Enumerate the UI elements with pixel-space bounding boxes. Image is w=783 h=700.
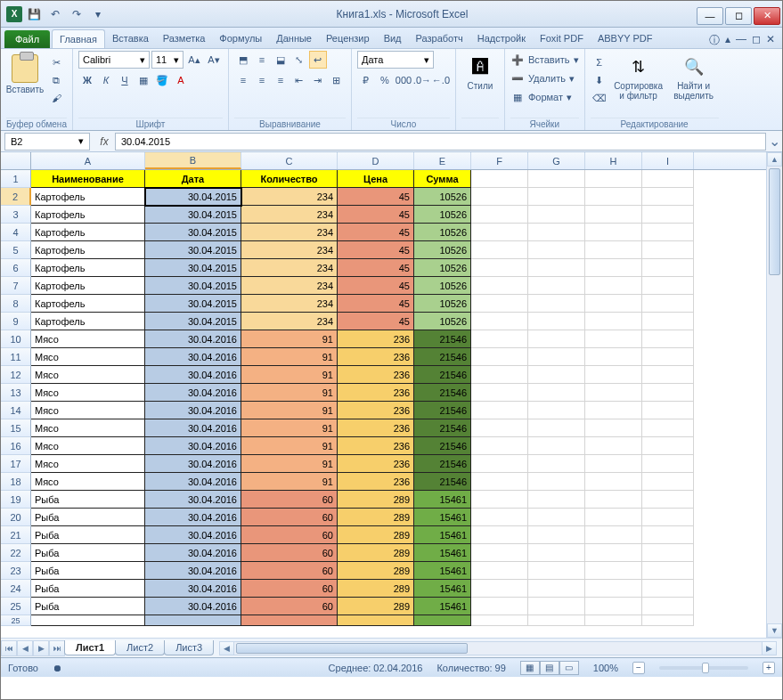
- cell[interactable]: Мясо: [31, 330, 145, 348]
- cell[interactable]: 15461: [414, 526, 471, 544]
- underline-button[interactable]: Ч: [116, 71, 134, 89]
- cell[interactable]: [585, 277, 642, 295]
- cell[interactable]: 15461: [414, 509, 471, 526]
- cell[interactable]: Рыба: [31, 491, 145, 509]
- cell[interactable]: 289: [338, 526, 414, 544]
- cell[interactable]: [585, 402, 642, 419]
- cell[interactable]: Мясо: [31, 402, 145, 419]
- row-header[interactable]: 6: [1, 259, 31, 277]
- cell[interactable]: 289: [338, 598, 414, 615]
- cell[interactable]: [528, 437, 585, 455]
- cell[interactable]: [585, 526, 642, 544]
- col-header-F[interactable]: F: [471, 152, 528, 169]
- cell[interactable]: 21546: [414, 419, 471, 437]
- select-all-corner[interactable]: [1, 152, 31, 169]
- minimize-button[interactable]: —: [697, 7, 723, 25]
- comma-button[interactable]: 000: [395, 71, 412, 89]
- cut-button[interactable]: ✂: [47, 54, 65, 70]
- cell[interactable]: [528, 366, 585, 384]
- cell[interactable]: [471, 259, 528, 277]
- cell[interactable]: [471, 206, 528, 224]
- cell[interactable]: [528, 473, 585, 491]
- cell[interactable]: [528, 580, 585, 598]
- sheet-tab-Лист2[interactable]: Лист2: [115, 640, 165, 655]
- cell[interactable]: 30.04.2016: [145, 384, 241, 402]
- cell[interactable]: 236: [338, 330, 414, 348]
- cell[interactable]: [642, 526, 694, 544]
- cell[interactable]: 30.04.2016: [145, 562, 241, 580]
- cell[interactable]: Мясо: [31, 419, 145, 437]
- cell[interactable]: Мясо: [31, 384, 145, 402]
- tab-надстройк[interactable]: Надстройк: [470, 29, 533, 48]
- row-header[interactable]: 25: [1, 598, 31, 615]
- row-header[interactable]: 21: [1, 526, 31, 544]
- sheet-prev-button[interactable]: ◀: [17, 640, 33, 656]
- scroll-up-button[interactable]: ▲: [767, 152, 782, 167]
- cell[interactable]: [642, 224, 694, 241]
- tab-разметка[interactable]: Разметка: [156, 29, 213, 48]
- cell[interactable]: [528, 562, 585, 580]
- cell[interactable]: 10526: [414, 313, 471, 330]
- col-header-B[interactable]: B: [145, 152, 241, 169]
- cell[interactable]: [585, 330, 642, 348]
- cell[interactable]: [642, 509, 694, 526]
- cell[interactable]: Количество: [241, 170, 338, 188]
- cell[interactable]: 10526: [414, 206, 471, 224]
- cell[interactable]: [585, 562, 642, 580]
- doc-close-icon[interactable]: ✕: [766, 33, 775, 48]
- align-left-button[interactable]: ≡: [234, 71, 252, 89]
- grow-font-button[interactable]: A▴: [185, 51, 203, 69]
- align-center-button[interactable]: ≡: [253, 71, 271, 89]
- cell[interactable]: 234: [241, 259, 338, 277]
- cell[interactable]: [471, 402, 528, 419]
- formula-input[interactable]: [115, 133, 766, 151]
- cell[interactable]: [471, 598, 528, 615]
- cell[interactable]: [585, 598, 642, 615]
- insert-cells-button[interactable]: ➕Вставить▾: [510, 51, 579, 69]
- row-header[interactable]: 8: [1, 295, 31, 313]
- cell[interactable]: Картофель: [31, 277, 145, 295]
- cell[interactable]: Картофель: [31, 259, 145, 277]
- cell[interactable]: [585, 188, 642, 206]
- cell[interactable]: 30.04.2016: [145, 348, 241, 366]
- col-header-I[interactable]: I: [642, 152, 694, 169]
- cell[interactable]: [642, 295, 694, 313]
- align-bottom-button[interactable]: ⬓: [272, 51, 290, 69]
- cell[interactable]: [471, 277, 528, 295]
- cell[interactable]: 15461: [414, 598, 471, 615]
- cell[interactable]: 45: [338, 241, 414, 259]
- cell[interactable]: 30.04.2016: [145, 544, 241, 562]
- cell[interactable]: [642, 473, 694, 491]
- cell[interactable]: 289: [338, 544, 414, 562]
- cell[interactable]: [528, 348, 585, 366]
- cell[interactable]: 91: [241, 402, 338, 419]
- cell[interactable]: 21546: [414, 366, 471, 384]
- cell[interactable]: 30.04.2016: [145, 526, 241, 544]
- ribbon-minimize-icon[interactable]: ▴: [725, 33, 730, 48]
- tab-разработч[interactable]: Разработч: [409, 29, 470, 48]
- cell[interactable]: [642, 437, 694, 455]
- cell[interactable]: [642, 419, 694, 437]
- cell[interactable]: [471, 509, 528, 526]
- fx-button[interactable]: fx: [94, 135, 115, 148]
- cell[interactable]: 30.04.2015: [145, 277, 241, 295]
- view-normal-button[interactable]: ▦: [520, 661, 540, 675]
- close-button[interactable]: ✕: [754, 7, 780, 25]
- cell[interactable]: 45: [338, 277, 414, 295]
- cell[interactable]: 91: [241, 348, 338, 366]
- cell[interactable]: 236: [338, 455, 414, 473]
- cell[interactable]: [642, 544, 694, 562]
- row-header[interactable]: 14: [1, 402, 31, 419]
- row-header[interactable]: 1: [1, 170, 31, 188]
- cell[interactable]: [585, 206, 642, 224]
- cell[interactable]: 30.04.2016: [145, 455, 241, 473]
- cell[interactable]: 30.04.2015: [145, 188, 241, 206]
- cell[interactable]: 10526: [414, 259, 471, 277]
- row-header[interactable]: 12: [1, 366, 31, 384]
- cell[interactable]: [471, 170, 528, 188]
- cell[interactable]: Дата: [145, 170, 241, 188]
- cell[interactable]: 10526: [414, 295, 471, 313]
- cell[interactable]: [585, 491, 642, 509]
- cell[interactable]: 21546: [414, 348, 471, 366]
- styles-button[interactable]: 🅰 Стили: [461, 51, 499, 91]
